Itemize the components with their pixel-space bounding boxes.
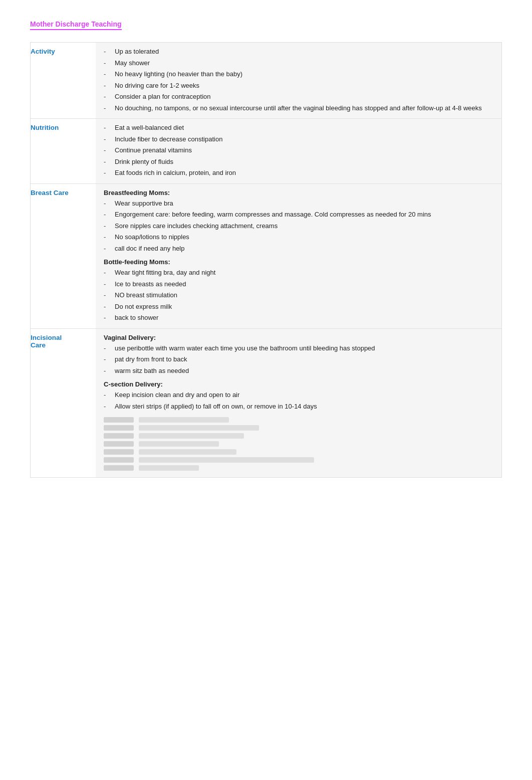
sections-wrapper: Activity -Up as tolerated -May shower -N… bbox=[30, 42, 502, 478]
page-title: Mother Discharge Teaching bbox=[30, 20, 122, 30]
nutrition-label: Nutrition bbox=[31, 119, 96, 183]
list-item: -Keep incision clean and dry and open to… bbox=[104, 390, 493, 400]
breast-care-content: Breastfeeding Moms: -Wear supportive bra… bbox=[96, 184, 501, 328]
blurred-row bbox=[104, 465, 493, 471]
blurred-label bbox=[104, 457, 134, 463]
blurred-text bbox=[139, 425, 259, 431]
list-item: -Sore nipples care includes checking att… bbox=[104, 221, 493, 231]
blurred-row bbox=[104, 425, 493, 431]
blurred-label bbox=[104, 465, 134, 471]
list-item: -No heavy lighting (no heavier than the … bbox=[104, 69, 493, 79]
list-item: -NO breast stimulation bbox=[104, 290, 493, 300]
csection-delivery-title: C-section Delivery: bbox=[104, 380, 493, 388]
list-item: -Engorgement care: before feeding, warm … bbox=[104, 210, 493, 220]
nutrition-content: -Eat a well-balanced diet -Include fiber… bbox=[96, 119, 501, 183]
blurred-text bbox=[139, 433, 244, 439]
activity-label: Activity bbox=[31, 43, 96, 118]
list-item: -back to shower bbox=[104, 313, 493, 323]
blurred-text bbox=[139, 441, 219, 447]
blurred-text bbox=[139, 465, 199, 471]
section-breast-care: Breast Care Breastfeeding Moms: -Wear su… bbox=[31, 184, 501, 329]
section-nutrition: Nutrition -Eat a well-balanced diet -Inc… bbox=[31, 119, 501, 184]
incisional-care-label: Incisional Care bbox=[31, 329, 96, 478]
list-item: -Include fiber to decrease constipation bbox=[104, 134, 493, 144]
list-item: -Consider a plan for contraception bbox=[104, 92, 493, 102]
incisional-label-line1: Incisional bbox=[31, 334, 62, 341]
breastfeeding-moms-title: Breastfeeding Moms: bbox=[104, 189, 493, 197]
list-item: -Ice to breasts as needed bbox=[104, 279, 493, 289]
list-item: -Wear supportive bra bbox=[104, 199, 493, 209]
blurred-row bbox=[104, 457, 493, 463]
blurred-row bbox=[104, 417, 493, 423]
incisional-care-content: Vaginal Delivery: -use peribottle with w… bbox=[96, 329, 501, 478]
list-item: -Do not express milk bbox=[104, 302, 493, 312]
blurred-rows-container bbox=[104, 417, 493, 471]
blurred-label bbox=[104, 441, 134, 447]
list-item: -No soap/lotions to nipples bbox=[104, 232, 493, 242]
blurred-row bbox=[104, 449, 493, 455]
blurred-row bbox=[104, 433, 493, 439]
list-item: -No driving care for 1-2 weeks bbox=[104, 81, 493, 91]
blurred-text bbox=[139, 449, 236, 455]
section-incisional-care: Incisional Care Vaginal Delivery: -use p… bbox=[31, 329, 501, 478]
list-item: -use peribottle with warm water each tim… bbox=[104, 343, 493, 353]
list-item: -Continue prenatal vitamins bbox=[104, 145, 493, 155]
list-item: -pat dry from front to back bbox=[104, 354, 493, 364]
breast-care-label: Breast Care bbox=[31, 184, 96, 328]
list-item: -Drink plenty of fluids bbox=[104, 157, 493, 167]
blurred-text bbox=[139, 457, 314, 463]
list-item: -Eat a well-balanced diet bbox=[104, 123, 493, 133]
list-item: -Wear tight fitting bra, day and night bbox=[104, 268, 493, 278]
blurred-label bbox=[104, 433, 134, 439]
list-item: -Eat foods rich in calcium, protein, and… bbox=[104, 168, 493, 178]
blurred-label bbox=[104, 425, 134, 431]
list-item: -No douching, no tampons, or no sexual i… bbox=[104, 103, 493, 113]
bottle-feeding-moms-title: Bottle-feeding Moms: bbox=[104, 258, 493, 266]
blurred-text bbox=[139, 417, 229, 423]
activity-content: -Up as tolerated -May shower -No heavy l… bbox=[96, 43, 501, 118]
list-item: -call doc if need any help bbox=[104, 244, 493, 254]
list-item: -Allow steri strips (if applied) to fall… bbox=[104, 402, 493, 412]
blurred-label bbox=[104, 449, 134, 455]
blurred-row bbox=[104, 441, 493, 447]
blurred-label bbox=[104, 417, 134, 423]
list-item: -May shower bbox=[104, 58, 493, 68]
incisional-label-line2: Care bbox=[31, 341, 46, 349]
list-item: -Up as tolerated bbox=[104, 47, 493, 57]
list-item: -warm sitz bath as needed bbox=[104, 366, 493, 376]
section-activity: Activity -Up as tolerated -May shower -N… bbox=[31, 43, 501, 119]
vaginal-delivery-title: Vaginal Delivery: bbox=[104, 334, 493, 341]
